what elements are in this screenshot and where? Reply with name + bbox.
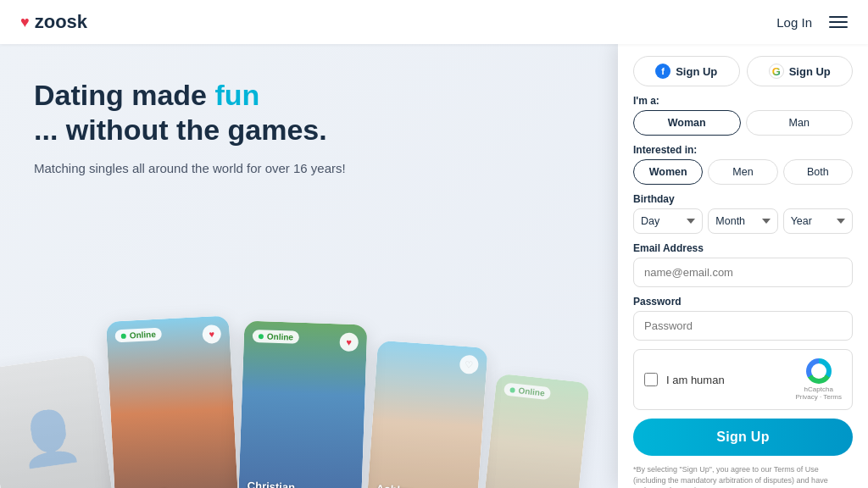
online-badge: Online — [114, 328, 162, 343]
heart-button[interactable]: ♥ — [202, 324, 221, 344]
men-interest-button[interactable]: Men — [708, 159, 777, 185]
headline: Dating made fun ... without the games. — [34, 78, 593, 147]
menu-line-2 — [829, 21, 848, 23]
heart-icon: ♥ — [20, 14, 30, 31]
interested-label: Interested in: — [633, 144, 853, 156]
woman-toggle-button[interactable]: Woman — [633, 110, 741, 136]
captcha-icon — [806, 358, 832, 384]
captcha-inner — [811, 363, 826, 379]
facebook-signup-button[interactable]: f Sign Up — [633, 56, 740, 86]
birthday-section: Birthday Day Month Year — [633, 193, 853, 234]
interest-toggle-group: Women Men Both — [633, 159, 853, 185]
menu-line-1 — [829, 16, 848, 18]
google-signup-button[interactable]: G Sign Up — [747, 56, 854, 86]
headline-part1: Dating made — [34, 79, 214, 111]
google-signup-label: Sign Up — [789, 65, 831, 78]
heart-button[interactable]: ♡ — [459, 354, 479, 374]
main-area: Dating made fun ... without the games. M… — [0, 44, 868, 488]
both-interest-button[interactable]: Both — [783, 159, 853, 185]
login-link[interactable]: Log In — [776, 15, 812, 30]
heart-icon: ♡ — [465, 358, 474, 370]
password-label: Password — [633, 296, 853, 308]
birthday-label: Birthday — [633, 193, 853, 205]
gender-toggle-group: Woman Man — [633, 110, 853, 136]
panel-content: f Sign Up G Sign Up I'm a: Woman Man Int… — [618, 44, 868, 488]
facebook-icon: f — [655, 64, 670, 79]
captcha-logo: hCaptchaPrivacy · Terms — [795, 358, 842, 401]
signup-button[interactable]: Sign Up — [633, 419, 853, 456]
ima-section: I'm a: Woman Man — [633, 95, 853, 136]
card-name-ashley: Ashley — [376, 482, 413, 488]
profile-cards-area: 👤 Online ♥ Samantha — [0, 225, 398, 488]
heart-button[interactable]: ♥ — [339, 332, 359, 352]
hamburger-menu-button[interactable] — [829, 16, 848, 28]
year-select[interactable]: Year — [783, 208, 853, 234]
birthday-row: Day Month Year — [633, 208, 853, 234]
captcha-branding: hCaptchaPrivacy · Terms — [795, 385, 842, 401]
profile-card-left[interactable]: 👤 — [0, 354, 114, 488]
password-section: Password — [633, 296, 853, 341]
online-dot — [509, 387, 515, 393]
card-name-christian: Christian — [247, 480, 295, 488]
profile-card-ashley[interactable]: ♡ Ashley — [367, 341, 488, 488]
month-select[interactable]: Month — [708, 208, 777, 234]
heart-icon: ♥ — [346, 337, 352, 347]
headline-part2: ... without the games. — [34, 114, 327, 146]
navbar: ♥ zoosk Log In — [0, 0, 868, 44]
online-dot — [121, 333, 126, 338]
facebook-signup-label: Sign Up — [676, 65, 717, 78]
interested-section: Interested in: Women Men Both — [633, 144, 853, 185]
online-dot — [259, 334, 264, 339]
left-content: Dating made fun ... without the games. M… — [0, 44, 618, 488]
terms-text: *By selecting "Sign Up", you agree to ou… — [633, 464, 853, 488]
subheadline: Matching singles all around the world fo… — [34, 159, 593, 179]
google-icon: G — [769, 64, 784, 79]
menu-line-3 — [829, 26, 848, 28]
email-section: Email Address — [633, 242, 853, 287]
heart-icon: ♥ — [209, 329, 214, 339]
email-input[interactable] — [633, 258, 853, 287]
logo[interactable]: ♥ zoosk — [20, 11, 87, 33]
signup-panel: f Sign Up G Sign Up I'm a: Woman Man Int… — [618, 44, 868, 488]
women-interest-button[interactable]: Women — [633, 159, 703, 185]
password-input[interactable] — [633, 311, 853, 341]
man-toggle-button[interactable]: Man — [746, 110, 854, 136]
captcha-row: I am human hCaptchaPrivacy · Terms — [633, 349, 853, 410]
online-badge: Online — [253, 330, 300, 344]
day-select[interactable]: Day — [633, 208, 703, 234]
online-badge: Online — [504, 383, 551, 401]
ima-label: I'm a: — [633, 95, 853, 107]
profile-card-christian[interactable]: Online ♥ Christian — [238, 321, 367, 488]
profile-card-vinnie[interactable]: Online Vin... — [483, 374, 590, 488]
nav-right: Log In — [776, 15, 848, 30]
headline-fun: fun — [214, 79, 259, 111]
captcha-checkbox[interactable] — [644, 373, 658, 386]
captcha-label: I am human — [666, 374, 787, 386]
person-icon: 👤 — [0, 354, 114, 488]
profile-card-samantha[interactable]: Online ♥ Samantha — [106, 315, 238, 488]
logo-text: zoosk — [35, 11, 87, 33]
email-label: Email Address — [633, 242, 853, 254]
social-buttons: f Sign Up G Sign Up — [633, 56, 853, 86]
